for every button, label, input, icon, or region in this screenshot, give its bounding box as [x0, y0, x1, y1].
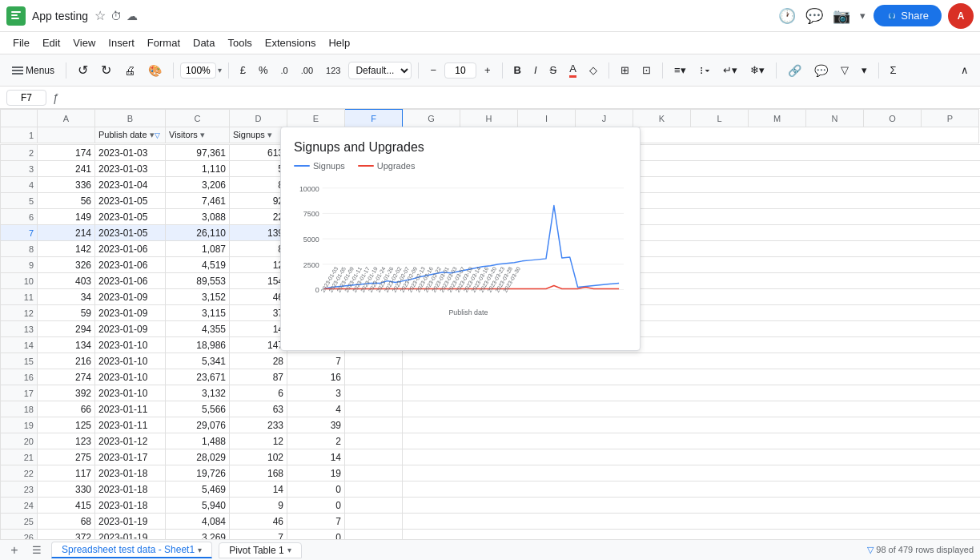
cell-d20[interactable]: 12 [230, 433, 287, 449]
borders-button[interactable]: ⊞ [616, 61, 634, 79]
cell-b16[interactable]: 2023-01-10 [95, 369, 166, 385]
cell-e20[interactable]: 2 [287, 433, 345, 449]
cell-d19[interactable]: 233 [230, 417, 287, 433]
cell-b7[interactable]: 2023-01-05 [95, 225, 166, 241]
cell-c17[interactable]: 3,132 [166, 385, 230, 401]
star-icon[interactable]: ☆ [94, 8, 106, 23]
cell-d6[interactable]: 22 [230, 209, 287, 225]
cell-d12[interactable]: 37 [230, 305, 287, 321]
cell-c23[interactable]: 5,469 [166, 481, 230, 498]
cell-d16[interactable]: 87 [230, 369, 287, 385]
font-minus-button[interactable]: − [425, 61, 441, 79]
col-header-j[interactable]: J [576, 110, 633, 127]
menu-file[interactable]: File [6, 35, 36, 50]
cell-b25[interactable]: 2023-01-19 [95, 514, 166, 530]
cell-a8[interactable]: 142 [38, 241, 95, 257]
cell-c20[interactable]: 1,488 [166, 433, 230, 449]
cell-c9[interactable]: 4,519 [166, 257, 230, 273]
cell-b1[interactable]: Publish date ▾▽ [95, 127, 166, 143]
cell-d4[interactable]: 8 [230, 177, 287, 193]
format-123-button[interactable]: 123 [321, 62, 345, 79]
cell-d5[interactable]: 92 [230, 193, 287, 209]
cell-b26[interactable]: 2023-01-19 [95, 530, 166, 540]
cell-a12[interactable]: 59 [38, 305, 95, 321]
cell-d17[interactable]: 6 [230, 385, 287, 401]
col-header-n[interactable]: N [806, 110, 864, 127]
cell-a7[interactable]: 214 [38, 225, 95, 241]
cell-b21[interactable]: 2023-01-17 [95, 449, 166, 465]
cell-c6[interactable]: 3,088 [166, 209, 230, 225]
col-header-f[interactable]: F [345, 110, 403, 127]
currency-button[interactable]: £ [235, 61, 251, 79]
merge-button[interactable]: ⊡ [637, 61, 656, 79]
cell-b18[interactable]: 2023-01-11 [95, 401, 166, 417]
wrap-button[interactable]: ↵▾ [718, 61, 742, 79]
italic-button[interactable]: I [529, 61, 542, 79]
paint-button[interactable]: 🎨 [143, 61, 167, 80]
cell-b12[interactable]: 2023-01-09 [95, 305, 166, 321]
cell-d26[interactable]: 7 [230, 530, 287, 540]
cell-a5[interactable]: 56 [38, 193, 95, 209]
cell-b19[interactable]: 2023-01-11 [95, 417, 166, 433]
col-header-d[interactable]: D [230, 110, 287, 127]
col-header-i[interactable]: I [518, 110, 576, 127]
valign-button[interactable]: ⫶▾ [694, 61, 715, 79]
cell-a6[interactable]: 149 [38, 209, 95, 225]
cell-a19[interactable]: 125 [38, 417, 95, 433]
col-header-e[interactable]: E [287, 110, 345, 127]
menu-extensions[interactable]: Extensions [259, 35, 323, 50]
sigma-button[interactable]: Σ [886, 61, 902, 79]
cloud-icon[interactable]: ☁ [127, 10, 138, 22]
cell-e17[interactable]: 3 [287, 385, 345, 401]
cell-d9[interactable]: 12 [230, 257, 287, 273]
camera-icon[interactable]: 📷 [833, 7, 850, 25]
cell-a16[interactable]: 274 [38, 369, 95, 385]
cell-a2[interactable]: 174 [38, 145, 95, 161]
cell-c10[interactable]: 89,553 [166, 273, 230, 289]
avatar[interactable]: A [948, 3, 974, 29]
sheet-tab-1[interactable]: Spreadsheet test data - Sheet1 ▾ [51, 542, 212, 558]
cell-e22[interactable]: 19 [287, 465, 345, 481]
col-header-a[interactable]: A [38, 110, 95, 127]
menu-edit[interactable]: Edit [36, 35, 66, 50]
format-style-select[interactable]: Default... [348, 62, 412, 79]
cell-b2[interactable]: 2023-01-03 [95, 145, 166, 161]
fill-color-button[interactable]: ◇ [584, 61, 602, 79]
cell-b23[interactable]: 2023-01-18 [95, 481, 166, 498]
cell-a1[interactable] [38, 127, 95, 143]
menu-tools[interactable]: Tools [221, 35, 258, 50]
cell-f24[interactable] [345, 498, 403, 514]
cell-a22[interactable]: 117 [38, 465, 95, 481]
font-plus-button[interactable]: + [480, 61, 496, 79]
col-header-o[interactable]: O [864, 110, 922, 127]
sheet-tab-2[interactable]: Pivot Table 1 ▾ [219, 542, 302, 558]
cell-b22[interactable]: 2023-01-18 [95, 465, 166, 481]
decimal-inc-button[interactable]: .00 [296, 62, 318, 79]
cell-b24[interactable]: 2023-01-18 [95, 498, 166, 514]
cell-e19[interactable]: 39 [287, 417, 345, 433]
cell-a20[interactable]: 123 [38, 433, 95, 449]
cell-d24[interactable]: 9 [230, 498, 287, 514]
cell-e25[interactable]: 7 [287, 514, 345, 530]
formula-input[interactable] [62, 91, 974, 103]
cell-f15[interactable] [345, 353, 403, 369]
menu-data[interactable]: Data [187, 35, 221, 50]
cell-a26[interactable]: 372 [38, 530, 95, 540]
cell-b13[interactable]: 2023-01-09 [95, 321, 166, 337]
strikethrough-button[interactable]: S [545, 61, 562, 79]
camera-more-icon[interactable]: ▾ [860, 10, 866, 22]
menu-insert[interactable]: Insert [102, 35, 141, 50]
col-header-c[interactable]: C [166, 110, 230, 127]
cell-d21[interactable]: 102 [230, 449, 287, 465]
cell-f19[interactable] [345, 417, 403, 433]
filter-button[interactable]: ▽ [836, 61, 853, 79]
cell-a3[interactable]: 241 [38, 161, 95, 177]
cell-a18[interactable]: 66 [38, 401, 95, 417]
cell-f25[interactable] [345, 514, 403, 530]
cell-f18[interactable] [345, 401, 403, 417]
cell-f21[interactable] [345, 449, 403, 465]
cell-b8[interactable]: 2023-01-06 [95, 241, 166, 257]
cell-f17[interactable] [345, 385, 403, 401]
cell-c1[interactable]: Visitors ▾ [166, 127, 230, 143]
share-button[interactable]: 👤 Share [874, 5, 942, 26]
